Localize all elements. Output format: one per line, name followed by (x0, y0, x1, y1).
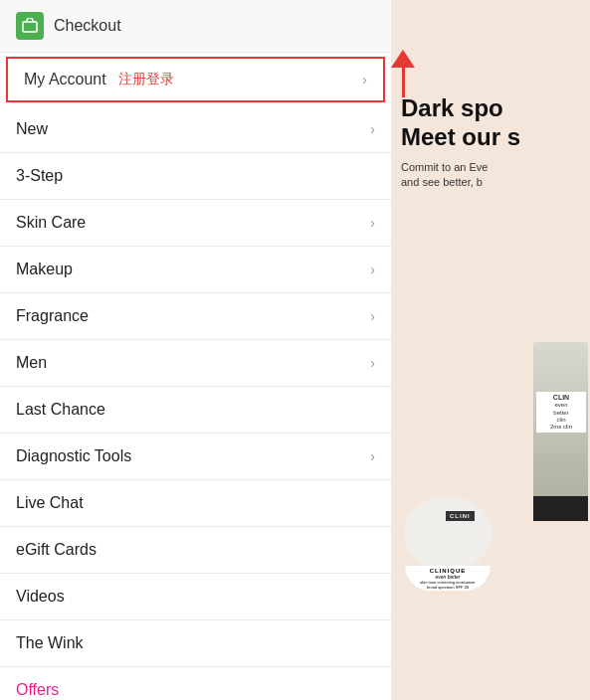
headline-line1: Dark spo (401, 94, 590, 123)
product-bottle-base (533, 496, 588, 521)
menu-item-chevron: › (370, 308, 375, 324)
menu-item-new[interactable]: New› (0, 106, 391, 153)
menu-item-fragrance[interactable]: Fragrance› (0, 293, 391, 340)
menu-item-label: Videos (16, 588, 65, 606)
menu-item-chevron: › (370, 355, 375, 371)
headline-line2: Meet our s (401, 123, 590, 152)
menu-item-3-step[interactable]: 3-Step (0, 153, 391, 200)
menu-item-the-wink[interactable]: The Wink (0, 620, 391, 667)
menu-item-last-chance[interactable]: Last Chance (0, 387, 391, 434)
menu-item-live-chat[interactable]: Live Chat (0, 480, 391, 527)
clinique-label-tall: CLIN even better clin 2ms clin (536, 392, 586, 433)
clinique-badge: CLINI (446, 511, 475, 521)
checkout-icon (16, 12, 44, 40)
checkout-label: Checkout (54, 17, 121, 35)
my-account-label: My Account (24, 71, 106, 88)
account-sub-label: 注册登录 (118, 71, 174, 88)
sub-text: Commit to an Eve and see better, b (401, 160, 590, 191)
arrow-line (402, 68, 405, 97)
content-text-area: Dark spo Meet our s Commit to an Eve and… (391, 0, 590, 190)
menu-item-label: Skin Care (16, 214, 86, 232)
my-account-chevron: › (362, 72, 367, 88)
menu-item-chevron: › (370, 121, 375, 137)
menu-item-label: Diagnostic Tools (16, 447, 131, 465)
clinique-jar-label: CLINIQUE even better skin tone correctin… (405, 566, 491, 591)
product-image-area: CLIN even better clin 2ms clin CLINIQUE … (391, 342, 590, 601)
menu-item-egift-cards[interactable]: eGift Cards (0, 527, 391, 574)
arrow-up-icon (391, 50, 415, 68)
menu-item-label: eGift Cards (16, 541, 97, 559)
menu-item-offers[interactable]: Offers (0, 667, 391, 700)
menu-item-label: 3-Step (16, 167, 63, 185)
arrow-indicator (391, 50, 415, 97)
menu-item-label: Makeup (16, 261, 73, 278)
menu-item-men[interactable]: Men› (0, 340, 391, 387)
product-jar (403, 496, 492, 571)
menu-item-chevron: › (370, 448, 375, 464)
menu-item-label: Fragrance (16, 307, 89, 325)
menu-item-label: New (16, 120, 48, 138)
menu-item-label: Men (16, 354, 47, 372)
svg-rect-0 (23, 22, 37, 32)
menu-item-chevron: › (370, 262, 375, 277)
my-account-row[interactable]: My Account 注册登录 › (6, 57, 385, 102)
menu-items-list: New›3-StepSkin Care›Makeup›Fragrance›Men… (0, 106, 391, 700)
menu-item-makeup[interactable]: Makeup› (0, 247, 391, 293)
menu-item-label: Offers (16, 681, 59, 699)
menu-item-videos[interactable]: Videos (0, 574, 391, 620)
menu-item-chevron: › (370, 215, 375, 231)
menu-panel: Checkout My Account 注册登录 › New›3-StepSki… (0, 0, 391, 700)
menu-item-label: Live Chat (16, 494, 84, 512)
menu-item-skin-care[interactable]: Skin Care› (0, 200, 391, 247)
menu-item-diagnostic-tools[interactable]: Diagnostic Tools› (0, 434, 391, 480)
menu-item-label: Last Chance (16, 401, 105, 419)
menu-item-label: The Wink (16, 634, 84, 652)
content-panel: FREE DUO WITH ANY $35 ☰ 🔍 CLINIQUE Dark … (391, 0, 590, 700)
checkout-row[interactable]: Checkout (0, 0, 391, 53)
